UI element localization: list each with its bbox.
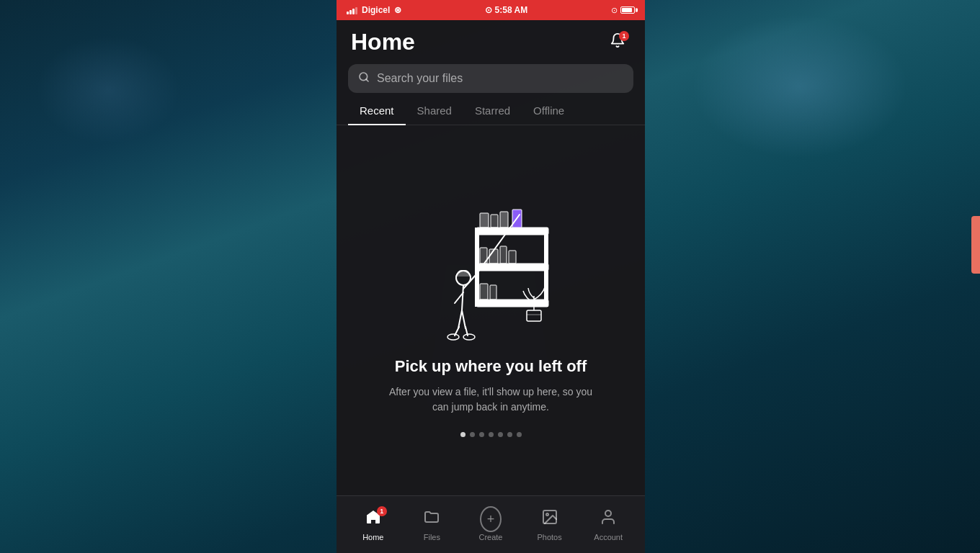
svg-rect-9 (500, 212, 508, 228)
right-accent (971, 216, 980, 274)
dot-3 (479, 432, 484, 437)
photos-icon-wrap (539, 508, 561, 530)
dot-5 (498, 432, 503, 437)
empty-state-illustration (419, 184, 563, 343)
nav-item-account[interactable]: Account (579, 503, 638, 547)
app-header: Home 1 (337, 20, 645, 61)
record-icon: ⊙ (611, 6, 618, 15)
notifications-button[interactable]: 1 (605, 30, 631, 55)
time-display: 5:58 AM (495, 5, 528, 15)
search-placeholder: Search your files (377, 72, 463, 85)
svg-rect-15 (480, 284, 488, 300)
nav-item-files[interactable]: Files (403, 503, 462, 547)
create-icon: + (487, 513, 495, 526)
empty-state-description: After you view a file, it'll show up her… (383, 385, 599, 415)
svg-point-19 (463, 334, 475, 340)
main-content: Pick up where you left off After you vie… (337, 125, 645, 495)
tab-recent[interactable]: Recent (348, 99, 406, 125)
carrier-name: Digicel (362, 5, 390, 15)
dot-1 (460, 432, 466, 437)
dot-2 (470, 432, 475, 437)
dot-7 (517, 432, 522, 437)
search-bar[interactable]: Search your files (348, 64, 633, 93)
tabs-container: Recent Shared Starred Offline (337, 99, 645, 125)
nav-item-photos[interactable]: Photos (520, 503, 579, 547)
svg-point-23 (546, 513, 548, 516)
status-left: Digicel ⊛ (347, 5, 401, 15)
svg-rect-4 (476, 300, 548, 307)
svg-rect-20 (527, 310, 541, 321)
svg-rect-2 (476, 228, 548, 235)
status-right: ⊙ (611, 6, 635, 15)
create-icon-wrap: + (480, 508, 502, 530)
create-circle: + (480, 506, 502, 532)
wifi-icon: ⊛ (394, 5, 401, 15)
signal-icon (347, 6, 357, 14)
svg-rect-6 (544, 228, 548, 307)
home-icon-wrap: 1 (362, 508, 384, 530)
svg-rect-7 (480, 213, 489, 228)
page-title: Home (351, 29, 415, 55)
account-icon (600, 508, 617, 530)
nav-item-home[interactable]: 1 Home (344, 503, 403, 547)
pagination-dots (460, 432, 522, 437)
home-badge: 1 (377, 506, 387, 516)
cloud-2 (36, 36, 180, 144)
tab-offline[interactable]: Offline (522, 99, 576, 125)
files-icon (423, 508, 440, 530)
nav-item-create[interactable]: + Create (461, 503, 520, 547)
svg-rect-3 (476, 264, 548, 271)
files-label: Files (424, 533, 440, 541)
tab-shared[interactable]: Shared (406, 99, 463, 125)
battery-icon (620, 6, 635, 14)
notification-badge: 1 (619, 31, 629, 41)
account-label: Account (594, 533, 623, 541)
files-icon-wrap (421, 508, 442, 530)
cloud-1 (692, 14, 908, 158)
svg-point-18 (447, 334, 459, 340)
dot-6 (507, 432, 512, 437)
svg-rect-8 (491, 215, 498, 228)
empty-state-title: Pick up where you left off (395, 357, 587, 376)
phone-container: Digicel ⊛ ⊙ 5:58 AM ⊙ Home 1 (337, 0, 645, 553)
app-content: Home 1 Search your files (337, 20, 645, 553)
photos-icon (541, 508, 558, 530)
search-icon (358, 71, 370, 86)
svg-rect-16 (490, 285, 496, 300)
svg-rect-5 (475, 228, 479, 307)
status-time: ⊙ 5:58 AM (485, 5, 527, 15)
create-label: Create (478, 533, 502, 541)
svg-rect-13 (500, 246, 507, 264)
clock-icon: ⊙ (485, 5, 492, 15)
account-icon-wrap (597, 508, 619, 530)
status-bar: Digicel ⊛ ⊙ 5:58 AM ⊙ (337, 0, 645, 20)
svg-point-24 (605, 511, 611, 516)
svg-rect-14 (509, 251, 516, 264)
photos-label: Photos (537, 533, 561, 541)
home-label: Home (362, 533, 383, 541)
svg-line-1 (366, 79, 368, 81)
dot-4 (489, 432, 494, 437)
tab-starred[interactable]: Starred (463, 99, 522, 125)
bottom-navigation: 1 Home Files + (337, 495, 645, 553)
